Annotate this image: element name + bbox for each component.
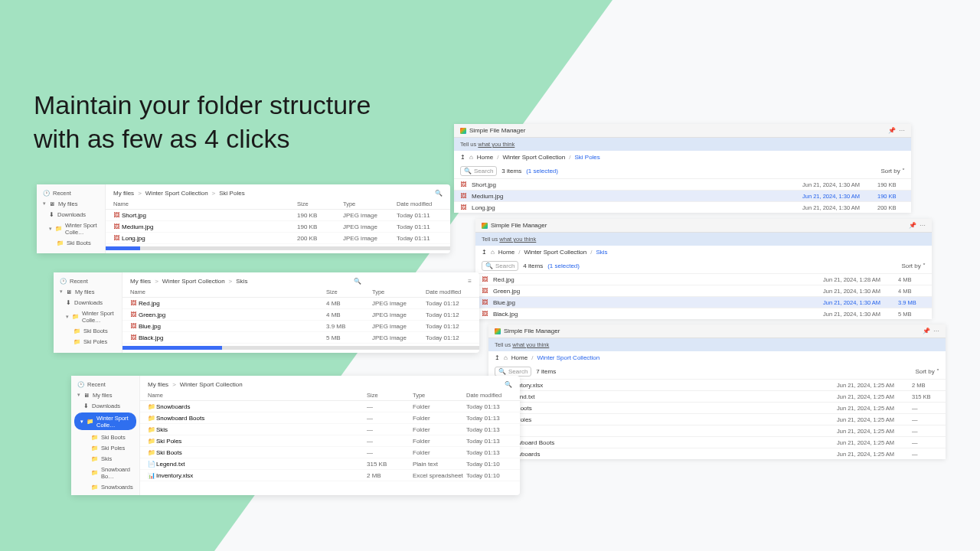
file-row[interactable]: 🖼Short.jpg190 KBJPEG imageToday 01:11 [106,210,450,221]
sidebar-myfiles[interactable]: ▾🖥My files [37,198,105,209]
file-row[interactable]: 🖼Blue.jpg3.9 MBJPEG imageToday 01:12 [122,321,479,332]
file-row[interactable]: 🖼Green.jpgJun 21, 2024, 1:30 AM4 MB [475,285,932,296]
pin-icon[interactable]: 📌 [923,328,930,334]
search-icon[interactable]: 🔍 [354,278,361,285]
file-row[interactable]: 🖼Long.jpg200 KBJPEG imageToday 01:11 [106,233,450,244]
feedback-bar[interactable]: Tell us what you think [475,233,932,246]
file-row[interactable]: 🖼Green.jpg4 MBJPEG imageToday 01:12 [122,309,479,321]
search-input[interactable]: 🔍 Search [482,261,518,271]
col-size[interactable]: Size [367,392,413,399]
crumb-current[interactable]: Skis [596,249,607,256]
sort-by[interactable]: Sort by ˅ [901,262,926,269]
file-row[interactable]: 📁Ski BootsJun 21, 2024, 1:25 AM— [488,402,946,413]
file-row[interactable]: 📄Legend.txt315 KBPlain textToday 01:10 [140,458,520,470]
file-row[interactable]: 📁Ski PolesJun 21, 2024, 1:25 AM— [488,413,946,425]
col-type[interactable]: Type [343,201,397,207]
sort-by[interactable]: Sort by ˅ [915,368,939,375]
file-row[interactable]: 🖼Blue.jpgJun 21, 2024, 1:30 AM3.9 MB [475,296,932,308]
up-icon[interactable]: ↥ [482,249,487,256]
file-row[interactable]: 📁Ski Poles—FolderToday 01:13 [140,435,520,447]
file-row[interactable]: 🖼Black.jpg5 MBJPEG imageToday 01:12 [122,332,479,344]
sidebar-recent[interactable]: 🕑Recent [71,379,139,390]
file-row[interactable]: 📁Snowboard BootsJun 21, 2024, 1:25 AM— [488,436,946,448]
crumb[interactable]: My files [113,190,134,197]
crumb[interactable]: My files [130,278,151,285]
up-icon[interactable]: ↥ [495,354,500,361]
file-row[interactable]: 📁Snowboard Boots—FolderToday 01:13 [140,412,520,424]
sidebar-recent[interactable]: 🕑Recent [54,276,122,286]
sidebar-downloads[interactable]: ⬇Downloads [54,297,122,308]
file-row[interactable]: 📁SkisJun 21, 2024, 1:25 AM— [488,425,946,436]
file-row[interactable]: 🖼Medium.jpgJun 21, 2024, 1:30 AM190 KB [454,190,911,201]
col-date[interactable]: Date modified [426,289,472,295]
file-row[interactable]: 🖼Black.jpgJun 21, 2024, 1:30 AM5 MB [475,308,932,319]
col-name[interactable]: Name [130,289,326,295]
sidebar-wsc-active[interactable]: ▾📁Winter Sport Colle… [74,412,136,430]
home-icon[interactable]: ⌂ [504,354,508,361]
search-icon[interactable]: 🔍 [505,381,512,388]
col-date[interactable]: Date modified [397,201,443,207]
sidebar-item[interactable]: 📁Ski Boots [37,237,105,248]
pin-icon[interactable]: 📌 [909,222,916,229]
crumb-current[interactable]: Winter Sport Collection [180,381,243,388]
file-row[interactable]: 📁Skis—FolderToday 01:13 [140,424,520,435]
col-name[interactable]: Name [148,392,367,399]
feedback-link[interactable]: what you think [478,141,514,148]
feedback-link[interactable]: what you think [499,236,536,243]
sidebar-recent[interactable]: 🕑Recent [37,187,105,198]
crumb[interactable]: Winter Sport Collection [162,278,225,285]
more-icon[interactable]: ⋯ [920,222,926,229]
crumb-current[interactable]: Winter Sport Collection [537,354,599,361]
file-row[interactable]: 📁Snowboards—FolderToday 01:13 [140,401,520,412]
sidebar-wsc[interactable]: ▾📁Winter Sport Colle… [37,220,105,237]
sort-by[interactable]: Sort by ˅ [880,168,905,174]
file-row[interactable]: 🖼Short.jpgJun 21, 2024, 1:30 AM190 KB [454,178,911,190]
file-row[interactable]: 📊Inventory.xlsxJun 21, 2024, 1:25 AM2 MB [488,379,946,390]
sidebar-downloads[interactable]: ⬇Downloads [37,209,105,220]
col-size[interactable]: Size [297,201,343,207]
crumb-current[interactable]: Ski Poles [219,190,244,197]
file-row[interactable]: 🖼Red.jpgJun 21, 2024, 1:28 AM4 MB [475,273,932,285]
sidebar-wsc[interactable]: ▾📁Winter Sport Colle… [54,308,122,325]
crumb-collection[interactable]: Winter Sport Collection [502,154,565,161]
feedback-bar[interactable]: Tell us what you think [488,338,946,351]
file-row[interactable]: 🖼Medium.jpg190 KBJPEG imageToday 01:11 [106,221,450,233]
search-icon[interactable]: 🔍 [435,190,443,197]
home-icon[interactable]: ⌂ [469,154,473,161]
col-type[interactable]: Type [372,289,426,295]
sidebar-item[interactable]: 📁Ski Boots [54,325,122,336]
search-input[interactable]: 🔍 Search [460,166,497,176]
crumb-home[interactable]: Home [511,354,528,361]
sidebar-item[interactable]: 📁Ski Boots [71,432,139,442]
file-row[interactable]: 📄Legend.txtJun 21, 2024, 1:25 AM315 KB [488,390,946,402]
sidebar-item[interactable]: 📁Ski Poles [54,336,122,347]
col-type[interactable]: Type [413,392,466,399]
col-name[interactable]: Name [113,201,297,207]
list-view-icon[interactable]: ≡ [468,278,472,285]
file-row[interactable]: 🖼Long.jpgJun 21, 2024, 1:30 AM200 KB [454,201,911,213]
sidebar-item[interactable]: 📁Snowboard Bo… [71,464,139,481]
sidebar-item[interactable]: 📁Ski Poles [71,442,139,453]
sidebar-myfiles[interactable]: ▾🖥My files [71,390,139,400]
feedback-link[interactable]: what you think [512,341,549,348]
crumb-collection[interactable]: Winter Sport Collection [524,249,586,256]
more-icon[interactable]: ⋯ [899,127,905,134]
file-row[interactable]: 📊Inventory.xlsx2 MBExcel spreadsheetToda… [140,470,520,481]
more-icon[interactable]: ⋯ [933,328,939,334]
col-size[interactable]: Size [326,289,372,295]
up-icon[interactable]: ↥ [460,154,466,161]
pin-icon[interactable]: 📌 [888,127,896,134]
sidebar-item[interactable]: 📁Skis [71,453,139,464]
crumb-home[interactable]: Home [477,154,493,161]
crumb-current[interactable]: Ski Poles [574,154,599,161]
home-icon[interactable]: ⌂ [491,249,495,256]
sidebar-downloads[interactable]: ⬇Downloads [71,400,139,411]
col-date[interactable]: Date modified [466,392,512,399]
crumb[interactable]: Winter Sport Collection [145,190,208,197]
crumb-home[interactable]: Home [498,249,514,256]
crumb-current[interactable]: Skis [236,278,247,285]
sidebar-item[interactable]: 📁Snowboards [71,481,139,492]
sidebar-myfiles[interactable]: ▾🖥My files [54,286,122,297]
crumb[interactable]: My files [148,381,168,388]
file-row[interactable]: 📁Ski Boots—FolderToday 01:13 [140,447,520,458]
